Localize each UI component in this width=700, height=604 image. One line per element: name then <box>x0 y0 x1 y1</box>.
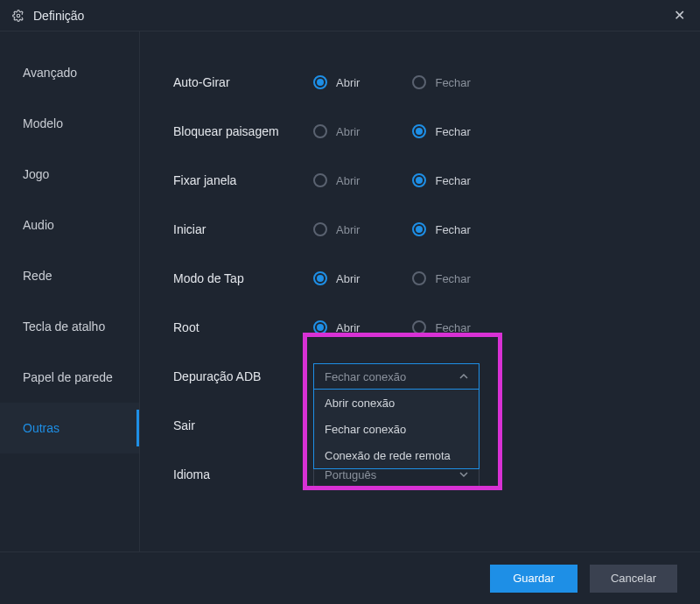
radio-label: Abrir <box>336 174 360 187</box>
row-label: Bloquear paisagem <box>173 124 313 138</box>
radio-circle-icon <box>412 222 426 236</box>
radio-label: Abrir <box>336 272 360 285</box>
radio-open[interactable]: Abrir <box>313 271 360 285</box>
radio-label: Fechar <box>435 223 470 236</box>
row-fixar: Fixar janela Abrir Fechar <box>173 156 682 205</box>
radio-circle-icon <box>313 124 327 138</box>
sidebar-item-papel[interactable]: Papel de parede <box>0 352 139 403</box>
radio-circle-icon <box>313 222 327 236</box>
button-label: Guardar <box>513 572 555 585</box>
radio-open[interactable]: Abrir <box>313 320 360 334</box>
radio-close[interactable]: Fechar <box>412 75 470 89</box>
adb-option-abrir[interactable]: Abrir conexão <box>314 390 479 416</box>
chevron-down-icon <box>459 468 468 481</box>
row-auto-girar: Auto-Girar Abrir Fechar <box>173 58 682 107</box>
radio-circle-icon <box>412 124 426 138</box>
dropdown-selected: Português <box>325 468 376 481</box>
radio-label: Fechar <box>435 272 470 285</box>
radio-group: Abrir Fechar <box>313 271 471 285</box>
content-panel: Auto-Girar Abrir Fechar Bloquear paisage… <box>140 32 700 551</box>
radio-circle-icon <box>313 173 327 187</box>
radio-label: Abrir <box>336 321 360 334</box>
sidebar-item-label: Jogo <box>23 167 49 181</box>
radio-open[interactable]: Abrir <box>313 173 360 187</box>
radio-circle-icon <box>412 320 426 334</box>
sidebar-item-label: Papel de parede <box>23 370 113 384</box>
radio-open[interactable]: Abrir <box>313 75 360 89</box>
close-icon[interactable]: ✕ <box>670 7 688 24</box>
footer: Guardar Cancelar <box>0 551 700 604</box>
option-label: Fechar conexão <box>325 423 406 436</box>
row-bloquear: Bloquear paisagem Abrir Fechar <box>173 107 682 156</box>
row-label: Depuração ADB <box>173 369 313 383</box>
radio-circle-icon <box>313 320 327 334</box>
radio-circle-icon <box>412 173 426 187</box>
sidebar-item-label: Rede <box>23 269 52 283</box>
window-title: Definição <box>33 9 670 23</box>
radio-label: Abrir <box>336 76 360 89</box>
row-iniciar: Iniciar Abrir Fechar <box>173 205 682 254</box>
radio-label: Fechar <box>435 321 470 334</box>
row-label: Iniciar <box>173 222 313 236</box>
button-label: Cancelar <box>611 572 656 585</box>
radio-group: Abrir Fechar <box>313 222 471 236</box>
option-label: Conexão de rede remota <box>325 449 451 462</box>
sidebar-item-label: Tecla de atalho <box>23 320 105 334</box>
row-label: Fixar janela <box>173 173 313 187</box>
radio-close[interactable]: Fechar <box>412 124 470 138</box>
sidebar-item-tecla[interactable]: Tecla de atalho <box>0 301 139 352</box>
svg-point-0 <box>17 14 20 18</box>
chevron-up-icon <box>459 370 468 383</box>
sidebar-item-modelo[interactable]: Modelo <box>0 98 139 149</box>
adb-option-fechar[interactable]: Fechar conexão <box>314 416 479 442</box>
sidebar-item-label: Audio <box>23 218 54 232</box>
row-label: Sair <box>173 418 313 432</box>
radio-group: Abrir Fechar <box>313 124 471 138</box>
radio-group: Abrir Fechar <box>313 320 471 334</box>
radio-label: Fechar <box>435 125 470 138</box>
radio-circle-icon <box>313 271 327 285</box>
row-label: Auto-Girar <box>173 75 313 89</box>
adb-dropdown-menu: Abrir conexão Fechar conexão Conexão de … <box>313 390 480 469</box>
sidebar-item-jogo[interactable]: Jogo <box>0 149 139 200</box>
radio-close[interactable]: Fechar <box>412 173 470 187</box>
sidebar-item-outras[interactable]: Outras <box>0 403 139 453</box>
sidebar-item-label: Modelo <box>23 116 63 130</box>
radio-close[interactable]: Fechar <box>412 271 470 285</box>
radio-circle-icon <box>412 271 426 285</box>
radio-label: Abrir <box>336 223 360 236</box>
radio-circle-icon <box>412 75 426 89</box>
radio-group: Abrir Fechar <box>313 75 471 89</box>
adb-dropdown[interactable]: Fechar conexão <box>313 363 480 390</box>
cancel-button[interactable]: Cancelar <box>590 565 677 593</box>
sidebar-item-rede[interactable]: Rede <box>0 250 139 301</box>
radio-circle-icon <box>313 75 327 89</box>
dropdown-selected: Fechar conexão <box>325 370 406 383</box>
radio-group: Abrir Fechar <box>313 173 471 187</box>
sidebar-item-label: Avançado <box>23 66 77 80</box>
sidebar-item-avancado[interactable]: Avançado <box>0 47 139 98</box>
radio-label: Abrir <box>336 125 360 138</box>
titlebar: Definição ✕ <box>0 0 700 32</box>
radio-label: Fechar <box>435 174 470 187</box>
gear-icon <box>12 10 24 22</box>
sidebar-item-audio[interactable]: Audio <box>0 200 139 250</box>
row-label: Modo de Tap <box>173 271 313 285</box>
row-adb: Depuração ADB Fechar conexão Abrir conex… <box>173 352 682 401</box>
radio-label: Fechar <box>435 76 470 89</box>
row-root: Root Abrir Fechar <box>173 303 682 352</box>
sidebar: Avançado Modelo Jogo Audio Rede Tecla de… <box>0 32 140 551</box>
save-button[interactable]: Guardar <box>490 565 578 593</box>
row-label: Idioma <box>173 467 313 481</box>
sidebar-item-label: Outras <box>23 421 60 435</box>
option-label: Abrir conexão <box>325 397 395 410</box>
radio-open[interactable]: Abrir <box>313 222 360 236</box>
row-modo-tap: Modo de Tap Abrir Fechar <box>173 254 682 303</box>
radio-close[interactable]: Fechar <box>412 222 470 236</box>
radio-close[interactable]: Fechar <box>412 320 470 334</box>
adb-option-remota[interactable]: Conexão de rede remota <box>314 442 479 468</box>
row-label: Root <box>173 320 313 334</box>
radio-open[interactable]: Abrir <box>313 124 360 138</box>
